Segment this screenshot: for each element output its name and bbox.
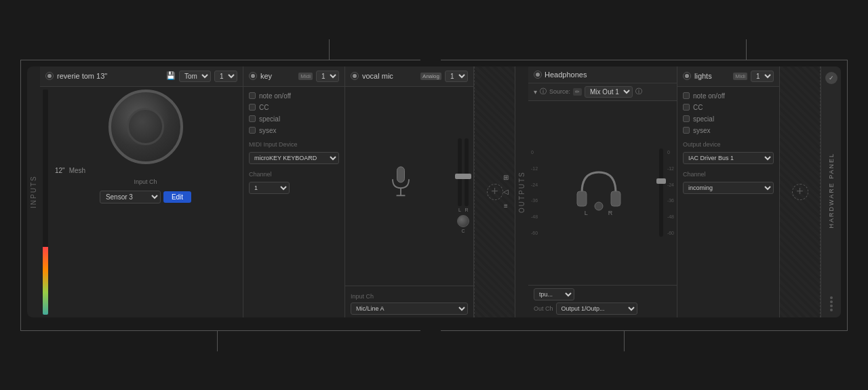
- save-icon[interactable]: 💾: [166, 71, 176, 81]
- lights-note-label: note on/off: [693, 92, 725, 100]
- lights-cc-checkbox[interactable]: [683, 104, 690, 111]
- headphones-power-button[interactable]: [534, 71, 542, 79]
- hardware-chevron-button[interactable]: ✓: [825, 72, 837, 84]
- key-device-dropdown[interactable]: microKEY KEYBOARD: [249, 152, 339, 164]
- hp-fader-track[interactable]: [659, 149, 663, 237]
- lights-output: lights Midi 1 note on/off CC: [677, 66, 780, 317]
- hp-fader-thumb[interactable]: [656, 178, 666, 184]
- drum-bars-icon[interactable]: ≡: [500, 200, 512, 212]
- headphones-settings-btn[interactable]: ⓘ: [635, 87, 642, 96]
- key-power-button[interactable]: [249, 72, 257, 80]
- hp-out-ch-dropdown[interactable]: Output 1/Outp...: [556, 303, 637, 315]
- tom-input: reverie tom 13" 💾 Tom 1: [40, 66, 243, 317]
- lights-note-checkbox[interactable]: [683, 92, 690, 99]
- vocal-fader-r-thumb[interactable]: [462, 174, 471, 179]
- tom-center: 12" Mesh Input Ch Sensor 3 Edit: [51, 90, 240, 315]
- drum-grid-icon[interactable]: ⊞: [500, 172, 512, 184]
- lights-special-label: special: [693, 115, 714, 123]
- vocal-fader-r-label: R: [465, 208, 468, 212]
- lights-sysex-row: sysex: [683, 127, 774, 134]
- inputs-section: Inputs reverie tom 13" 💾 Tom 1: [27, 66, 515, 317]
- key-note-checkbox[interactable]: [249, 92, 256, 99]
- key-note-label: note on/off: [259, 92, 291, 100]
- tom-num-dropdown[interactable]: 1: [214, 71, 237, 82]
- lights-channel-dropdown[interactable]: incoming: [683, 182, 774, 194]
- headphones-source-dropdown[interactable]: Mix Out 1: [585, 86, 633, 98]
- key-special-row: special: [249, 115, 339, 123]
- headphones-collapse-btn[interactable]: ▾: [534, 88, 537, 96]
- bracket-right-vert: [847, 60, 848, 331]
- headphones-bottom: tpu... Out Ch Output 1/Outp...: [528, 285, 677, 317]
- key-special-checkbox[interactable]: [249, 115, 256, 122]
- tom-ch-label: Input Ch: [134, 178, 157, 185]
- microphone-icon: [387, 165, 414, 206]
- tom-type-dropdown[interactable]: Tom: [179, 71, 211, 82]
- key-body: note on/off CC special sysex MIDI Inpu: [243, 87, 344, 317]
- bracket-bottom-left: [20, 330, 420, 331]
- vocal-center-knob[interactable]: [457, 215, 469, 227]
- bracket-top-left: [20, 60, 420, 61]
- bracket-top-center-right: [746, 39, 747, 60]
- bracket-arrow-bottom-left: [217, 331, 218, 351]
- key-title: key: [260, 72, 295, 80]
- tom-power-button[interactable]: [45, 72, 54, 80]
- lights-channel-label: Channel: [683, 171, 774, 178]
- vocal-header: vocal mic Analog 1: [345, 66, 473, 87]
- lights-header: lights Midi 1: [677, 66, 779, 87]
- key-cc-label: CC: [259, 104, 269, 111]
- vocal-power-button[interactable]: [351, 72, 359, 80]
- lights-special-checkbox[interactable]: [683, 115, 690, 122]
- add-output-circle[interactable]: +: [792, 184, 808, 200]
- svg-rect-4: [611, 191, 620, 206]
- tom-level-bar: [43, 90, 48, 315]
- mix-icon: ✏: [573, 88, 582, 96]
- lights-title: lights: [694, 72, 730, 80]
- vocal-fader-l-track[interactable]: [458, 138, 462, 206]
- vocal-fader-r-track[interactable]: [465, 138, 469, 206]
- bracket-top-right: [441, 60, 848, 61]
- key-cc-checkbox[interactable]: [249, 104, 256, 111]
- headphones-header: Headphones: [528, 66, 677, 83]
- key-sysex-checkbox[interactable]: [249, 127, 256, 134]
- hp-meter: [659, 149, 663, 237]
- outer-wrapper: Inputs reverie tom 13" 💾 Tom 1: [20, 39, 848, 351]
- tom-ch-row: Input Ch: [130, 177, 161, 187]
- lights-sysex-label: sysex: [693, 127, 711, 134]
- lights-device-dropdown[interactable]: IAC Driver Bus 1: [683, 152, 774, 164]
- headphones-info-btn[interactable]: ⓘ: [540, 87, 547, 96]
- lights-special-row: special: [683, 115, 774, 123]
- add-output-button[interactable]: +: [780, 66, 821, 317]
- lights-cc-label: CC: [693, 104, 703, 111]
- inputs-label: Inputs: [27, 66, 40, 317]
- bracket-top-center-left: [329, 39, 330, 60]
- vocal-input: vocal mic Analog 1: [345, 66, 474, 317]
- key-channel-dropdown[interactable]: 1: [249, 182, 290, 194]
- key-cc-row: CC: [249, 104, 339, 111]
- bracket-bottom-right: [441, 330, 848, 331]
- vocal-faders: L R: [458, 138, 469, 212]
- hw-dot-3: [830, 305, 833, 307]
- hw-dot-4: [830, 309, 833, 311]
- drum-visual: [108, 90, 183, 164]
- vocal-num-dropdown[interactable]: 1: [445, 71, 468, 82]
- key-sysex-label: sysex: [259, 127, 277, 134]
- lights-num-dropdown[interactable]: 1: [751, 71, 774, 82]
- vocal-fader-l-label: L: [458, 208, 461, 212]
- tom-sensor-dropdown[interactable]: Sensor 3: [100, 191, 161, 203]
- drum-triangle-icon[interactable]: ◁: [500, 186, 512, 198]
- hp-expand-dropdown[interactable]: tpu...: [534, 288, 574, 300]
- key-num-dropdown[interactable]: 1: [316, 71, 339, 82]
- svg-rect-0: [397, 167, 404, 182]
- vocal-center-label: C: [461, 229, 465, 233]
- vocal-body: L R C: [345, 87, 473, 286]
- tom-body: 12" Mesh Input Ch Sensor 3 Edit: [40, 87, 243, 317]
- drum-inner: [127, 108, 164, 145]
- key-sysex-row: sysex: [249, 127, 339, 134]
- lights-sysex-checkbox[interactable]: [683, 127, 690, 134]
- hp-icon-area: L R: [542, 165, 655, 220]
- vocal-ch-dropdown[interactable]: Mic/Line A: [351, 303, 468, 315]
- hardware-panel: ✓ Hardware Panel: [821, 66, 841, 317]
- tom-edit-button[interactable]: Edit: [163, 191, 191, 203]
- lights-power-button[interactable]: [683, 72, 691, 80]
- vocal-c-knob: C: [457, 215, 469, 233]
